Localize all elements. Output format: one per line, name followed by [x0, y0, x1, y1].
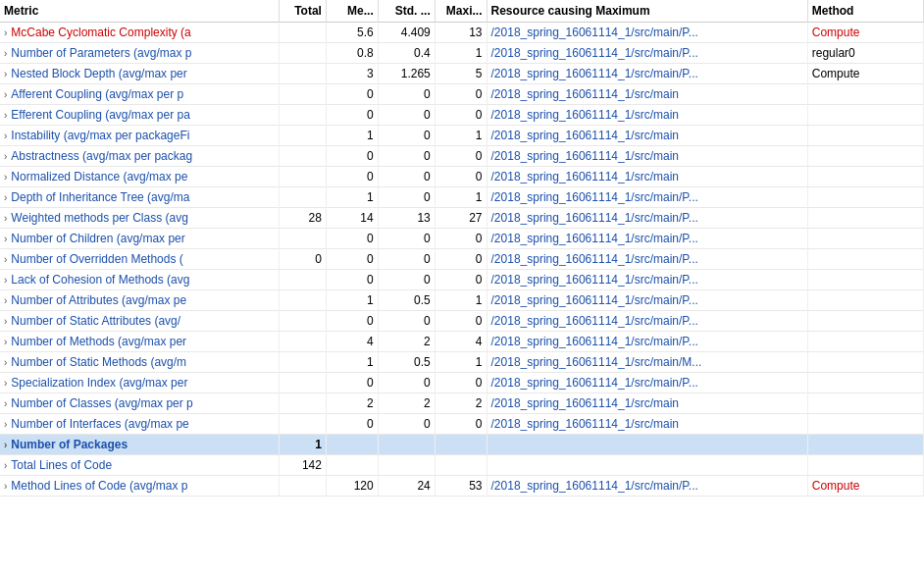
resource-link[interactable]: /2018_spring_16061114_1/src/main/P...	[487, 476, 807, 497]
header-std: Std. ...	[378, 0, 435, 23]
expand-icon[interactable]: ›	[4, 398, 7, 409]
resource-link[interactable]: /2018_spring_16061114_1/src/main/M...	[487, 352, 807, 373]
metric-label[interactable]: Depth of Inheritance Tree (avg/ma	[11, 190, 189, 204]
table-row[interactable]: ›Method Lines of Code (avg/max p1202453/…	[0, 476, 924, 497]
table-row[interactable]: ›Number of Classes (avg/max per p222/201…	[0, 393, 924, 414]
maxi-value: 0	[435, 311, 487, 332]
resource-link[interactable]: /2018_spring_16061114_1/src/main/P...	[487, 290, 807, 311]
expand-icon[interactable]: ›	[4, 69, 7, 79]
resource-link[interactable]: /2018_spring_16061114_1/src/main	[487, 414, 807, 435]
table-row[interactable]: ›Normalized Distance (avg/max pe000/2018…	[0, 167, 924, 187]
expand-icon[interactable]: ›	[4, 275, 7, 286]
expand-icon[interactable]: ›	[4, 151, 7, 162]
expand-icon[interactable]: ›	[4, 48, 7, 59]
resource-link[interactable]: /2018_spring_16061114_1/src/main/P...	[487, 249, 807, 270]
metric-label[interactable]: Weighted methods per Class (avg	[11, 211, 188, 225]
resource-link[interactable]: /2018_spring_16061114_1/src/main/P...	[487, 208, 807, 229]
resource-link[interactable]: /2018_spring_16061114_1/src/main/P...	[487, 332, 807, 352]
resource-link[interactable]: /2018_spring_16061114_1/src/main/P...	[487, 373, 807, 393]
resource-link[interactable]	[487, 455, 807, 476]
metric-label[interactable]: Specialization Index (avg/max per	[11, 376, 187, 390]
resource-link[interactable]: /2018_spring_16061114_1/src/main/P...	[487, 187, 807, 208]
expand-icon[interactable]: ›	[4, 172, 7, 183]
expand-icon[interactable]: ›	[4, 316, 7, 327]
expand-icon[interactable]: ›	[4, 89, 7, 100]
table-row[interactable]: ›McCabe Cyclomatic Complexity (a5.64.409…	[0, 23, 924, 43]
table-row[interactable]: ›Number of Static Attributes (avg/000/20…	[0, 311, 924, 332]
table-row[interactable]: ›Number of Packages1	[0, 435, 924, 455]
table-row[interactable]: ›Nested Block Depth (avg/max per31.2655/…	[0, 64, 924, 84]
metric-label[interactable]: McCabe Cyclomatic Complexity (a	[11, 26, 190, 39]
expand-icon[interactable]: ›	[4, 337, 7, 347]
metric-label[interactable]: Method Lines of Code (avg/max p	[11, 479, 187, 493]
metric-label[interactable]: Total Lines of Code	[11, 458, 112, 472]
resource-link[interactable]: /2018_spring_16061114_1/src/main	[487, 146, 807, 167]
metric-label[interactable]: Number of Attributes (avg/max pe	[11, 293, 186, 307]
table-row[interactable]: ›Abstractness (avg/max per packag000/201…	[0, 146, 924, 167]
expand-icon[interactable]: ›	[4, 378, 7, 389]
expand-icon[interactable]: ›	[4, 27, 7, 38]
resource-link[interactable]: /2018_spring_16061114_1/src/main	[487, 105, 807, 126]
metric-label[interactable]: Afferent Coupling (avg/max per p	[11, 87, 183, 101]
resource-link[interactable]: /2018_spring_16061114_1/src/main/P...	[487, 229, 807, 249]
mean-value: 14	[326, 208, 378, 229]
resource-link[interactable]: /2018_spring_16061114_1/src/main/P...	[487, 270, 807, 290]
table-row[interactable]: ›Depth of Inheritance Tree (avg/ma101/20…	[0, 187, 924, 208]
expand-icon[interactable]: ›	[4, 254, 7, 265]
resource-link[interactable]: /2018_spring_16061114_1/src/main	[487, 393, 807, 414]
method-name	[807, 393, 923, 414]
expand-icon[interactable]: ›	[4, 234, 7, 244]
resource-link[interactable]	[487, 435, 807, 455]
metric-label[interactable]: Number of Static Methods (avg/m	[11, 355, 186, 369]
method-name	[807, 290, 923, 311]
metric-label[interactable]: Number of Methods (avg/max per	[11, 335, 186, 348]
metric-label[interactable]: Lack of Cohesion of Methods (avg	[11, 273, 189, 287]
resource-link[interactable]: /2018_spring_16061114_1/src/main	[487, 126, 807, 146]
table-row[interactable]: ›Number of Children (avg/max per000/2018…	[0, 229, 924, 249]
maxi-value: 0	[435, 229, 487, 249]
table-row[interactable]: ›Number of Attributes (avg/max pe10.51/2…	[0, 290, 924, 311]
metric-label[interactable]: Number of Static Attributes (avg/	[11, 314, 180, 328]
expand-icon[interactable]: ›	[4, 460, 7, 471]
expand-icon[interactable]: ›	[4, 131, 7, 141]
table-row[interactable]: ›Number of Interfaces (avg/max pe000/201…	[0, 414, 924, 435]
table-row[interactable]: ›Number of Overridden Methods (0000/2018…	[0, 249, 924, 270]
resource-link[interactable]: /2018_spring_16061114_1/src/main	[487, 167, 807, 187]
metric-label[interactable]: Number of Classes (avg/max per p	[11, 396, 192, 410]
table-row[interactable]: ›Weighted methods per Class (avg28141327…	[0, 208, 924, 229]
metric-label[interactable]: Instability (avg/max per packageFi	[11, 129, 189, 142]
table-row[interactable]: ›Number of Methods (avg/max per424/2018_…	[0, 332, 924, 352]
resource-link[interactable]: /2018_spring_16061114_1/src/main/P...	[487, 43, 807, 64]
expand-icon[interactable]: ›	[4, 213, 7, 224]
metric-label[interactable]: Abstractness (avg/max per packag	[11, 149, 192, 163]
table-row[interactable]: ›Specialization Index (avg/max per000/20…	[0, 373, 924, 393]
expand-icon[interactable]: ›	[4, 357, 7, 368]
metric-label[interactable]: Number of Interfaces (avg/max pe	[11, 417, 188, 431]
table-row[interactable]: ›Efferent Coupling (avg/max per pa000/20…	[0, 105, 924, 126]
metric-label[interactable]: Nested Block Depth (avg/max per	[11, 67, 186, 80]
resource-link[interactable]: /2018_spring_16061114_1/src/main/P...	[487, 23, 807, 43]
metric-label[interactable]: Number of Children (avg/max per	[11, 232, 184, 245]
table-row[interactable]: ›Lack of Cohesion of Methods (avg000/201…	[0, 270, 924, 290]
metric-label[interactable]: Normalized Distance (avg/max pe	[11, 170, 187, 183]
table-row[interactable]: ›Number of Parameters (avg/max p0.80.41/…	[0, 43, 924, 64]
table-row[interactable]: ›Instability (avg/max per packageFi101/2…	[0, 126, 924, 146]
resource-link[interactable]: /2018_spring_16061114_1/src/main/P...	[487, 311, 807, 332]
metric-label[interactable]: Number of Overridden Methods (	[11, 252, 182, 266]
metric-label[interactable]: Efferent Coupling (avg/max per pa	[11, 108, 190, 122]
table-row[interactable]: ›Total Lines of Code142	[0, 455, 924, 476]
expand-icon[interactable]: ›	[4, 110, 7, 121]
metric-label[interactable]: Number of Packages	[11, 438, 128, 451]
resource-link[interactable]: /2018_spring_16061114_1/src/main/P...	[487, 64, 807, 84]
expand-icon[interactable]: ›	[4, 295, 7, 306]
expand-icon[interactable]: ›	[4, 481, 7, 492]
metric-label[interactable]: Number of Parameters (avg/max p	[11, 46, 191, 60]
method-name	[807, 167, 923, 187]
expand-icon[interactable]: ›	[4, 419, 7, 430]
resource-link[interactable]: /2018_spring_16061114_1/src/main	[487, 84, 807, 105]
mean-value: 1	[326, 126, 378, 146]
expand-icon[interactable]: ›	[4, 192, 7, 203]
expand-icon[interactable]: ›	[4, 440, 7, 450]
table-row[interactable]: ›Afferent Coupling (avg/max per p000/201…	[0, 84, 924, 105]
table-row[interactable]: ›Number of Static Methods (avg/m10.51/20…	[0, 352, 924, 373]
